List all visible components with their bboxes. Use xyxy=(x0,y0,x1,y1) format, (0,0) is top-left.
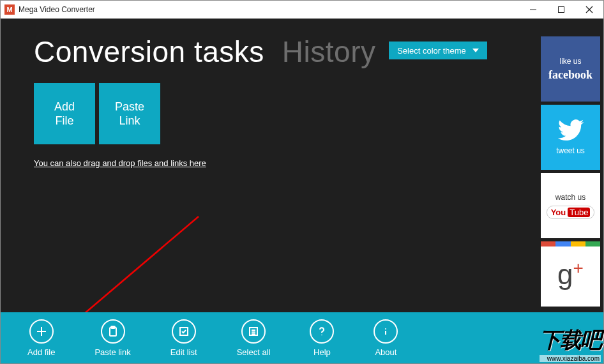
select-all-icon xyxy=(248,326,259,337)
svg-point-15 xyxy=(322,334,323,335)
twitter-icon xyxy=(557,119,584,141)
main-panel: Conversion tasks History Add File Paste … xyxy=(1,19,541,312)
paste-link-tile[interactable]: Paste Link xyxy=(99,83,160,144)
facebook-icon: facebook xyxy=(548,68,593,82)
youtube-tile[interactable]: watch us YouTube xyxy=(541,173,600,238)
tab-history[interactable]: History xyxy=(282,34,376,69)
window-title: Mega Video Converter xyxy=(19,5,519,14)
minimize-button[interactable] xyxy=(519,1,547,19)
clipboard-icon xyxy=(107,326,119,337)
maximize-button[interactable] xyxy=(547,1,575,19)
close-button[interactable] xyxy=(575,1,603,19)
bottom-toolbar: Add file Paste link Edit list Select all… xyxy=(1,312,603,363)
about-button[interactable]: About xyxy=(374,319,398,357)
svg-rect-1 xyxy=(559,7,564,13)
edit-list-button[interactable]: Edit list xyxy=(170,319,197,357)
add-file-button[interactable]: Add file xyxy=(27,319,55,357)
select-all-button[interactable]: Select all xyxy=(237,319,271,357)
app-icon: M xyxy=(4,4,15,15)
question-icon xyxy=(316,326,328,337)
youtube-icon: YouTube xyxy=(547,206,595,219)
help-button[interactable]: Help xyxy=(310,319,334,357)
google-plus-icon: g+ xyxy=(557,259,584,289)
facebook-tile[interactable]: like us facebook xyxy=(541,36,600,102)
google-plus-tile[interactable]: g+ xyxy=(541,241,600,307)
tabs: Conversion tasks History xyxy=(34,34,541,69)
svg-rect-9 xyxy=(111,326,115,328)
titlebar: M Mega Video Converter xyxy=(1,1,603,19)
tab-conversion-tasks[interactable]: Conversion tasks xyxy=(34,34,264,69)
info-icon xyxy=(380,326,391,337)
social-sidebar: like us facebook tweet us watch us YouTu… xyxy=(541,19,603,312)
add-file-tile[interactable]: Add File xyxy=(34,83,95,144)
content-area: Select color theme Conversion tasks Hist… xyxy=(1,19,603,312)
svg-point-16 xyxy=(385,328,386,330)
plus-icon xyxy=(36,326,47,337)
twitter-tile[interactable]: tweet us xyxy=(541,105,600,170)
paste-link-button[interactable]: Paste link xyxy=(94,319,130,357)
app-window: M Mega Video Converter Select color them… xyxy=(0,0,604,364)
drag-drop-hint[interactable]: You can also drag and drop files and lin… xyxy=(34,158,541,168)
google-stripe-icon xyxy=(541,241,600,246)
watermark: 下载吧 www.xiazaiba.com xyxy=(540,326,601,362)
edit-icon xyxy=(178,326,190,337)
